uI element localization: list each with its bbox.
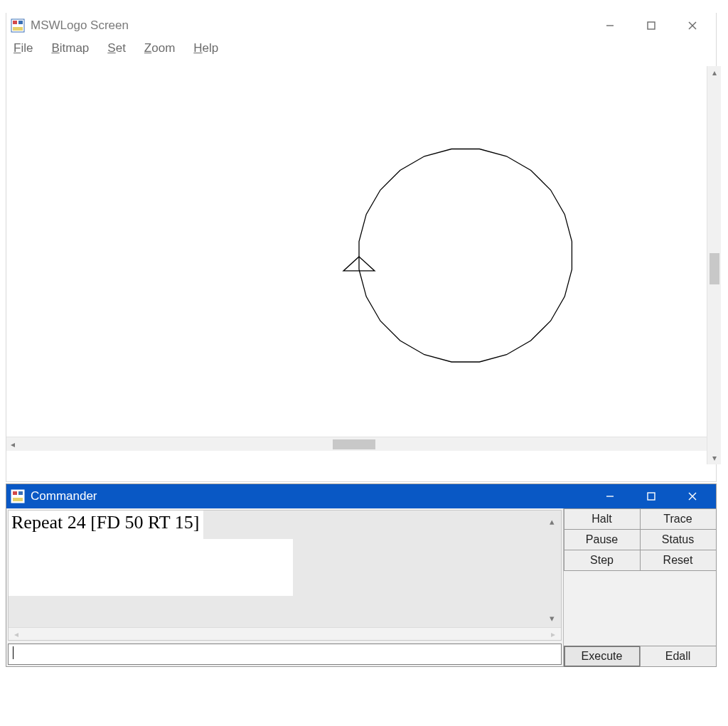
svg-rect-12 [13, 498, 23, 501]
svg-rect-14 [648, 493, 655, 500]
menu-zoom[interactable]: Zoom [144, 41, 175, 55]
main-titlebar[interactable]: MSWLogo Screen [6, 13, 716, 38]
text-caret-icon [13, 646, 14, 659]
minimize-button[interactable] [589, 14, 631, 38]
history-scroll-down-icon[interactable]: ▾ [545, 612, 558, 624]
close-button[interactable] [672, 484, 713, 508]
commander-button-grid: Halt Trace Pause Status Step Reset [564, 508, 716, 570]
history-scroll-right-icon[interactable]: ▸ [547, 628, 560, 640]
halt-button[interactable]: Halt [564, 508, 641, 530]
main-title: MSWLogo Screen [31, 18, 129, 33]
trace-button[interactable]: Trace [640, 508, 717, 530]
mswlogo-window: MSWLogo Screen File Bitmap Set Zoom Help… [6, 13, 717, 482]
history-scroll-left-icon[interactable]: ◂ [10, 628, 23, 640]
execute-button[interactable]: Execute [564, 646, 641, 667]
edall-button[interactable]: Edall [640, 646, 717, 667]
status-button[interactable]: Status [640, 529, 717, 550]
history-background [9, 539, 293, 596]
maximize-button[interactable] [631, 14, 672, 38]
turtle-drawing [6, 60, 716, 451]
step-button[interactable]: Step [564, 550, 641, 571]
scroll-up-icon[interactable]: ▴ [707, 66, 721, 79]
history-horizontal-scrollbar[interactable]: ◂ ▸ [9, 627, 561, 640]
close-button[interactable] [672, 14, 713, 38]
main-menubar: File Bitmap Set Zoom Help [6, 38, 716, 60]
minimize-button[interactable] [589, 484, 631, 508]
svg-rect-5 [648, 22, 655, 29]
history-scroll-up-icon[interactable]: ▴ [545, 515, 558, 528]
commander-window-controls [589, 484, 713, 508]
pause-button[interactable]: Pause [564, 529, 641, 550]
svg-rect-2 [18, 21, 23, 24]
command-input[interactable] [8, 644, 562, 665]
commander-window: Commander Repeat 24 [FD 50 RT 15] ▴ ▾ ◂ [6, 484, 717, 667]
maximize-button[interactable] [631, 484, 672, 508]
reset-button[interactable]: Reset [640, 550, 717, 571]
menu-bitmap[interactable]: Bitmap [51, 41, 89, 55]
command-history[interactable]: Repeat 24 [FD 50 RT 15] ▴ ▾ ◂ ▸ [8, 510, 562, 641]
canvas-horizontal-scrollbar[interactable]: ◂ ▸ [6, 437, 716, 451]
main-window-controls [589, 14, 713, 38]
commander-title: Commander [31, 489, 97, 503]
app-icon [11, 489, 25, 503]
scroll-thumb[interactable] [710, 253, 719, 284]
scroll-left-icon[interactable]: ◂ [6, 437, 19, 451]
commander-body: Repeat 24 [FD 50 RT 15] ▴ ▾ ◂ ▸ Halt Tra… [6, 508, 716, 666]
svg-rect-10 [13, 491, 17, 495]
scroll-thumb[interactable] [333, 439, 375, 449]
canvas-vertical-scrollbar[interactable]: ▴ ▾ [707, 66, 721, 464]
menu-set[interactable]: Set [107, 41, 126, 55]
scroll-down-icon[interactable]: ▾ [707, 452, 721, 464]
svg-rect-11 [18, 491, 23, 495]
history-line: Repeat 24 [FD 50 RT 15] [9, 511, 203, 539]
commander-bottom-row: Execute Edall [564, 646, 716, 666]
svg-rect-1 [13, 21, 17, 24]
commander-left-pane: Repeat 24 [FD 50 RT 15] ▴ ▾ ◂ ▸ [6, 508, 564, 666]
svg-rect-3 [13, 27, 23, 31]
app-icon [11, 18, 25, 33]
menu-file[interactable]: File [14, 41, 33, 55]
menu-help[interactable]: Help [193, 41, 218, 55]
button-spacer [564, 570, 716, 646]
commander-right-pane: Halt Trace Pause Status Step Reset Execu… [564, 508, 716, 666]
commander-titlebar[interactable]: Commander [6, 484, 716, 508]
drawing-canvas[interactable]: ◂ ▸ [6, 60, 716, 451]
